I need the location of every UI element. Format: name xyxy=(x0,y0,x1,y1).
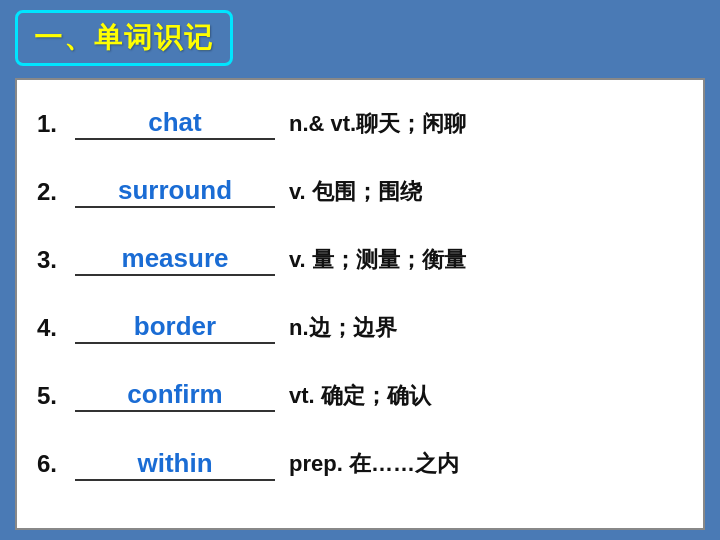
vocab-row: 6.withinprep. 在……之内 xyxy=(37,430,683,498)
vocab-row: 4.bordern.边；边界 xyxy=(37,294,683,362)
word-slot: measure xyxy=(75,243,275,276)
vocab-number: 4. xyxy=(37,314,69,342)
word-text: chat xyxy=(144,107,205,138)
word-text: confirm xyxy=(123,379,226,410)
definition: n.边；边界 xyxy=(289,313,397,343)
title-box: 一、单词识记 xyxy=(15,10,233,66)
vocab-number: 3. xyxy=(37,246,69,274)
definition: n.& vt.聊天；闲聊 xyxy=(289,109,466,139)
definition: v. 量；测量；衡量 xyxy=(289,245,466,275)
word-text: measure xyxy=(118,243,233,274)
page-title: 一、单词识记 xyxy=(34,22,214,53)
definition: v. 包围；围绕 xyxy=(289,177,422,207)
vocab-card: 1.chatn.& vt.聊天；闲聊2.surroundv. 包围；围绕3.me… xyxy=(15,78,705,530)
vocab-row: 2.surroundv. 包围；围绕 xyxy=(37,158,683,226)
vocab-row: 5.confirmvt. 确定；确认 xyxy=(37,362,683,430)
word-slot: confirm xyxy=(75,379,275,412)
definition: vt. 确定；确认 xyxy=(289,381,431,411)
vocab-number: 5. xyxy=(37,382,69,410)
word-slot: within xyxy=(75,448,275,481)
vocab-number: 2. xyxy=(37,178,69,206)
word-slot: border xyxy=(75,311,275,344)
vocab-row: 3.measurev. 量；测量；衡量 xyxy=(37,226,683,294)
vocab-number: 1. xyxy=(37,110,69,138)
word-text: surround xyxy=(114,175,236,206)
word-slot: chat xyxy=(75,107,275,140)
definition: prep. 在……之内 xyxy=(289,449,459,479)
vocab-row: 1.chatn.& vt.聊天；闲聊 xyxy=(37,90,683,158)
vocab-number: 6. xyxy=(37,450,69,478)
word-slot: surround xyxy=(75,175,275,208)
word-text: border xyxy=(130,311,220,342)
word-text: within xyxy=(133,448,216,479)
